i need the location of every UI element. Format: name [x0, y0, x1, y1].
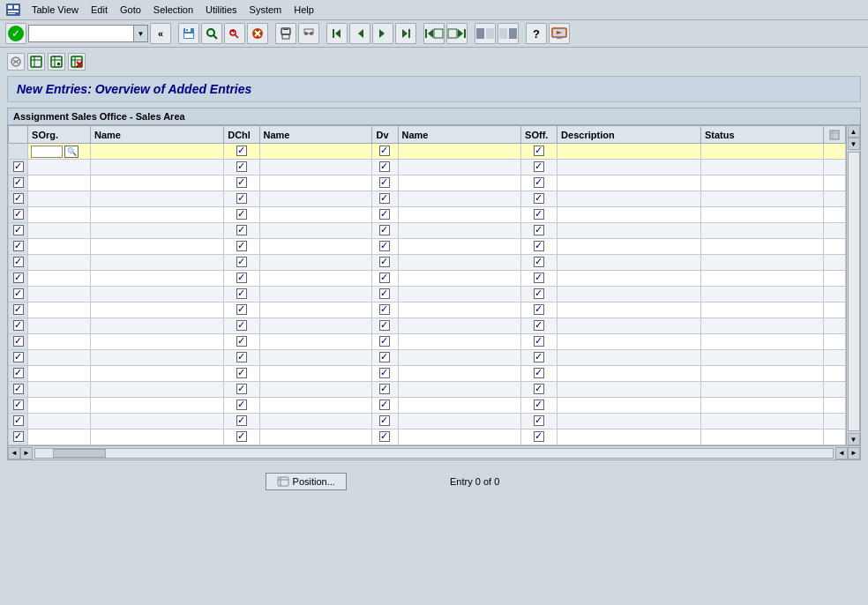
soff-cell[interactable]: [521, 144, 557, 160]
scroll-up-btn[interactable]: ▲: [848, 125, 860, 138]
menu-edit[interactable]: Edit: [86, 3, 113, 17]
desc-cell[interactable]: [557, 176, 701, 191]
row-checkbox[interactable]: [13, 352, 24, 362]
sorg-cell[interactable]: [28, 350, 91, 366]
name2-cell[interactable]: [259, 191, 372, 207]
dchl-cell[interactable]: [224, 160, 259, 176]
dchl-cell[interactable]: [224, 429, 259, 445]
status-cell[interactable]: [700, 223, 824, 239]
sorg-cell[interactable]: [28, 271, 91, 287]
desc-cell[interactable]: [557, 239, 701, 255]
row-checkbox[interactable]: [13, 384, 24, 394]
row-selector[interactable]: [9, 176, 28, 191]
menu-selection[interactable]: Selection: [148, 3, 198, 17]
row-selector[interactable]: [9, 239, 28, 255]
soff-checkbox[interactable]: [534, 273, 544, 283]
dchl-checkbox[interactable]: [236, 209, 247, 220]
soff-cell[interactable]: [521, 287, 557, 302]
dchl-checkbox[interactable]: [236, 336, 247, 347]
name3-cell[interactable]: [398, 144, 521, 160]
status-cell[interactable]: [700, 176, 824, 191]
status-cell[interactable]: [700, 398, 824, 414]
soff-cell[interactable]: [521, 382, 557, 398]
status-cell[interactable]: [700, 382, 824, 398]
dv-cell[interactable]: [372, 223, 398, 239]
name2-cell[interactable]: [259, 302, 372, 318]
dv-checkbox[interactable]: [379, 304, 390, 315]
dchl-cell[interactable]: [224, 382, 259, 398]
name2-cell[interactable]: [259, 429, 372, 445]
soff-cell[interactable]: [521, 191, 557, 207]
dchl-checkbox[interactable]: [236, 273, 247, 283]
name1-cell[interactable]: [91, 255, 224, 271]
dchl-cell[interactable]: [224, 176, 259, 191]
name3-cell[interactable]: [398, 255, 521, 271]
sorg-cell[interactable]: [28, 334, 91, 350]
name2-cell[interactable]: [259, 160, 372, 176]
dv-checkbox[interactable]: [379, 288, 390, 299]
section-icon4[interactable]: [68, 53, 86, 71]
dchl-checkbox[interactable]: [236, 193, 247, 204]
section-icon2[interactable]: [27, 53, 45, 71]
soff-checkbox[interactable]: [534, 225, 544, 235]
sorg-cell[interactable]: [28, 191, 91, 207]
section-icon1[interactable]: [7, 53, 25, 71]
soff-cell[interactable]: [521, 414, 557, 429]
dv-cell[interactable]: [372, 382, 398, 398]
name2-cell[interactable]: [259, 176, 372, 191]
dchl-checkbox[interactable]: [236, 288, 247, 299]
name3-cell[interactable]: [398, 191, 521, 207]
scroll-down-btn[interactable]: ▼: [848, 433, 860, 445]
section-icon3[interactable]: [48, 53, 65, 71]
dv-checkbox[interactable]: [379, 400, 390, 410]
name3-cell[interactable]: [398, 271, 521, 287]
name3-cell[interactable]: [398, 207, 521, 223]
dv-checkbox[interactable]: [379, 161, 390, 172]
row-selector[interactable]: [9, 255, 28, 271]
dchl-cell[interactable]: [224, 144, 259, 160]
name3-cell[interactable]: [398, 398, 521, 414]
h-scroll-left-btn[interactable]: ◄: [8, 447, 20, 459]
row-checkbox[interactable]: [13, 400, 24, 410]
row-selector[interactable]: [9, 223, 28, 239]
position-button[interactable]: Position...: [266, 473, 347, 490]
dv-checkbox[interactable]: [379, 431, 390, 442]
status-cell[interactable]: [700, 271, 824, 287]
desc-cell[interactable]: [557, 302, 701, 318]
status-cell[interactable]: [700, 414, 824, 429]
name2-cell[interactable]: [259, 318, 372, 334]
soff-checkbox[interactable]: [534, 352, 544, 362]
desc-cell[interactable]: [557, 191, 701, 207]
dchl-cell[interactable]: [224, 191, 259, 207]
soff-cell[interactable]: [521, 255, 557, 271]
th-name1[interactable]: Name: [91, 126, 224, 144]
dchl-cell[interactable]: [224, 398, 259, 414]
name2-cell[interactable]: [259, 334, 372, 350]
name2-cell[interactable]: [259, 207, 372, 223]
row-selector[interactable]: [9, 191, 28, 207]
dchl-checkbox[interactable]: [236, 368, 247, 378]
name1-cell[interactable]: [91, 207, 224, 223]
h-scroll-thumb[interactable]: [53, 449, 106, 458]
row-selector[interactable]: [9, 271, 28, 287]
soff-cell[interactable]: [521, 429, 557, 445]
row-selector[interactable]: [9, 287, 28, 302]
dv-checkbox[interactable]: [379, 415, 390, 426]
row-selector[interactable]: [9, 366, 28, 382]
dchl-cell[interactable]: [224, 318, 259, 334]
h-scroll-end-left[interactable]: ◄: [835, 447, 848, 459]
sorg-cell[interactable]: 🔍: [28, 144, 91, 160]
name3-cell[interactable]: [398, 318, 521, 334]
monitor-btn[interactable]: [549, 23, 570, 44]
soff-cell[interactable]: [521, 318, 557, 334]
row-selector[interactable]: [9, 398, 28, 414]
soff-checkbox[interactable]: [534, 257, 544, 267]
name3-cell[interactable]: [398, 176, 521, 191]
sorg-cell[interactable]: [28, 429, 91, 445]
desc-cell[interactable]: [557, 255, 701, 271]
menu-table-view[interactable]: Table View: [26, 3, 84, 17]
name1-cell[interactable]: [91, 191, 224, 207]
soff-cell[interactable]: [521, 366, 557, 382]
row-selector[interactable]: [9, 144, 28, 160]
dv-cell[interactable]: [372, 191, 398, 207]
